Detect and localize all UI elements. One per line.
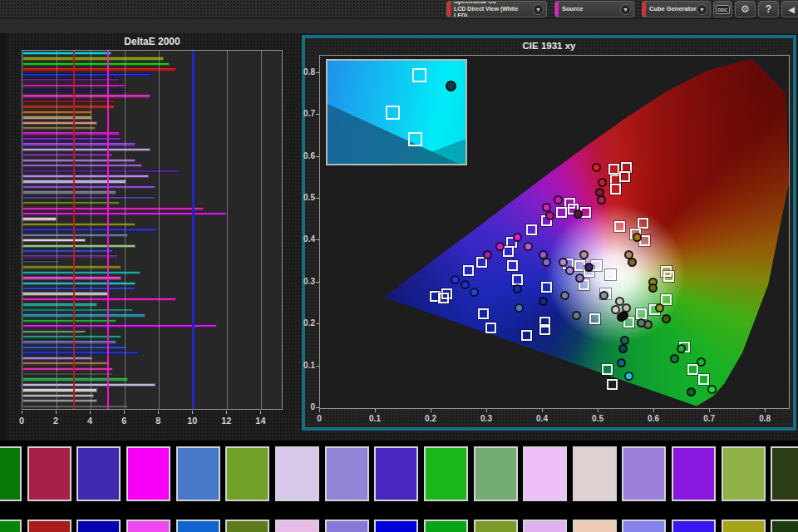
measured-point-marker xyxy=(513,233,522,242)
axis-tick xyxy=(158,411,159,414)
settings-button[interactable]: ⚙ xyxy=(735,1,756,17)
meter-dropdown-button[interactable]: SpectraCal C6 LCD Direct View (White LED… xyxy=(446,1,547,17)
chevron-left-icon: ◀ xyxy=(788,5,795,14)
axis-tick xyxy=(316,239,319,240)
deltae-bar xyxy=(22,105,115,108)
color-swatch xyxy=(27,446,71,501)
axis-tick-label: 14 xyxy=(250,416,270,426)
measured-point-marker xyxy=(617,358,626,367)
collapse-panel-button[interactable]: ◀ xyxy=(781,1,798,17)
chevron-down-icon[interactable]: ▼ xyxy=(620,4,631,15)
color-swatch xyxy=(474,446,518,501)
deltae-bar xyxy=(22,405,128,408)
measured-point-marker xyxy=(495,242,505,251)
deltae-bar xyxy=(22,287,135,290)
axis-tick-label: 0.7 xyxy=(698,414,720,423)
generator-dropdown-button[interactable]: Cube Generator ▼ xyxy=(642,1,711,17)
gridline xyxy=(125,51,126,409)
measured-point-marker xyxy=(451,275,460,284)
deltae-bar xyxy=(22,308,133,312)
axis-tick xyxy=(124,411,125,414)
deltae-bar xyxy=(22,244,135,248)
measured-point-marker xyxy=(592,163,601,172)
color-swatch xyxy=(0,520,22,532)
axis-tick xyxy=(653,409,654,412)
axis-tick xyxy=(709,409,710,412)
inset-target-square xyxy=(412,68,426,82)
target-square-marker xyxy=(507,260,518,271)
gridline xyxy=(261,51,262,409)
deltae-bar xyxy=(22,298,176,301)
axis-tick-label: 0.7 xyxy=(300,109,315,118)
cie-chart-panel[interactable]: CIE 1931 xy 00.10.20.30.40.50.60.70.800.… xyxy=(302,35,796,431)
source-label: Source xyxy=(562,6,620,13)
axis-tick xyxy=(316,282,319,283)
deltae-bar xyxy=(22,62,170,66)
deltae-bar xyxy=(22,271,140,274)
cie-chart-title: CIE 1931 xy xyxy=(305,41,793,51)
target-square-marker xyxy=(663,271,674,282)
generator-label: Cube Generator xyxy=(649,6,697,13)
axis-tick xyxy=(316,323,319,324)
target-square-marker xyxy=(610,184,621,195)
axis-tick xyxy=(319,409,320,412)
deltae-bar xyxy=(22,201,120,204)
target-square-marker xyxy=(687,364,698,375)
color-swatch xyxy=(672,446,716,501)
deltae-bar xyxy=(22,52,111,55)
axis-tick xyxy=(316,114,319,115)
ddc-button[interactable]: DDC xyxy=(713,1,732,17)
axis-tick xyxy=(542,409,543,412)
color-swatch xyxy=(374,520,418,532)
toolbar-lower-strip xyxy=(0,19,798,33)
deltae-bar xyxy=(22,148,150,151)
axis-tick xyxy=(192,411,193,414)
color-swatch xyxy=(27,520,71,532)
deltae-bar xyxy=(22,367,113,371)
measured-point-marker xyxy=(655,303,664,313)
measured-point-marker xyxy=(707,385,717,394)
measured-point-marker xyxy=(524,242,533,251)
measured-point-marker xyxy=(565,266,574,275)
deltae-bar xyxy=(22,73,152,76)
source-dropdown-button[interactable]: Source ▼ xyxy=(554,1,634,17)
axis-tick xyxy=(486,409,487,412)
axis-tick-label: 0.4 xyxy=(300,234,315,244)
gear-icon: ⚙ xyxy=(741,3,750,15)
help-button[interactable]: ? xyxy=(758,1,779,17)
deltae-bar xyxy=(22,190,116,194)
target-square-marker xyxy=(636,308,647,319)
target-square-marker xyxy=(485,323,496,333)
deltae-bar xyxy=(22,116,92,119)
question-icon: ? xyxy=(766,3,771,15)
target-square-marker xyxy=(607,379,618,390)
axis-tick-label: 10 xyxy=(182,416,202,426)
color-swatch xyxy=(523,446,567,501)
deltae-bar xyxy=(22,399,97,402)
axis-tick-label: 0.3 xyxy=(475,414,497,423)
measured-point-marker xyxy=(597,195,606,204)
color-swatch xyxy=(275,520,319,532)
color-swatch xyxy=(722,520,766,532)
target-square-marker xyxy=(614,221,625,232)
cie-zoom-inset xyxy=(326,59,467,165)
deltae-bar xyxy=(22,234,128,237)
measured-point-marker xyxy=(539,297,548,306)
target-square-marker xyxy=(526,224,537,235)
deltae-bar xyxy=(22,282,135,285)
deltae-bar xyxy=(22,303,97,306)
inset-measured-point xyxy=(446,81,456,91)
deltae-bar xyxy=(22,67,176,71)
color-swatch xyxy=(573,446,617,501)
target-square-marker xyxy=(556,207,567,218)
deltae-bar-chart[interactable] xyxy=(22,50,283,410)
deltae-bar xyxy=(22,153,113,156)
axis-tick-label: 12 xyxy=(216,416,236,426)
reference-line xyxy=(73,51,75,409)
target-square-marker xyxy=(619,171,630,182)
deltae-bar xyxy=(22,239,86,242)
chevron-down-icon[interactable]: ▼ xyxy=(533,4,544,15)
axis-tick-label: 0.8 xyxy=(754,414,776,423)
chevron-down-icon[interactable]: ▼ xyxy=(697,4,707,15)
deltae-bar xyxy=(22,89,126,92)
